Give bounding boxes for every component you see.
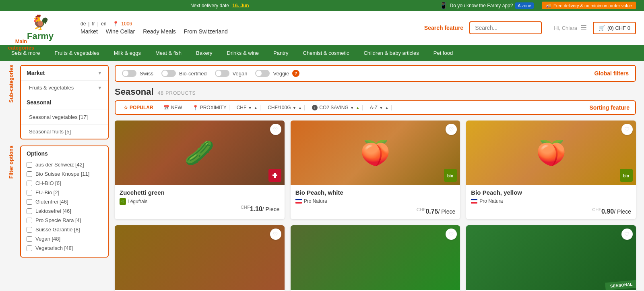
hamburger-icon[interactable]: ☰	[580, 23, 587, 32]
nav-milk[interactable]: Milk & eggs	[107, 45, 148, 61]
option-eu-bio[interactable]: EU-Bio [2]	[27, 188, 102, 197]
veggie-label: Veggie	[273, 71, 289, 77]
swiss-cert-badge	[268, 169, 281, 182]
location-link[interactable]: 1006	[121, 21, 132, 27]
search-input[interactable]	[469, 21, 542, 34]
global-filters: Swiss Bio-certified Vegan Veggie ? Globa…	[115, 65, 636, 82]
chevron-down-icon: ▼	[293, 106, 297, 110]
product-info	[466, 290, 636, 291]
option-laktosefrei[interactable]: Laktosefrei [46]	[27, 206, 102, 216]
product-image-zucchetti: 🥒 ♡	[115, 121, 285, 185]
nav-wine[interactable]: Wine Cellar	[106, 28, 135, 35]
cart-button[interactable]: 🛒 (0) CHF 0	[593, 22, 636, 34]
user-area: Hi, Chiara ☰	[554, 23, 587, 32]
arrow-icon: ▼	[97, 85, 102, 91]
nav-bakery[interactable]: Bakery	[189, 45, 219, 61]
category-market[interactable]: Market ▼	[21, 66, 108, 81]
provider-name: Pro Natura	[479, 198, 503, 204]
option-pro-specie[interactable]: Pro Specie Rara [4]	[27, 216, 102, 225]
category-panel: Market ▼ Fruits & vegetables ▼ Seasonal …	[20, 65, 109, 139]
option-vegan[interactable]: Vegan [48]	[27, 234, 102, 243]
chevron-down-icon: ▼	[350, 106, 354, 110]
bio-label: Bio-certified	[179, 71, 207, 77]
wishlist-button[interactable]: ♡	[270, 229, 281, 240]
search-feature-label: Search feature	[424, 25, 463, 31]
product-card-4[interactable]: ♡	[115, 225, 285, 291]
main-content: Swiss Bio-certified Vegan Veggie ? Globa…	[109, 65, 636, 291]
product-price: CHF1.10/ Piece	[120, 205, 280, 213]
veggie-toggle[interactable]	[255, 70, 270, 77]
svg-rect-2	[272, 175, 277, 176]
nav-fruits[interactable]: Fruits & vegetables	[47, 45, 107, 61]
nav-meat[interactable]: Meat & fish	[148, 45, 189, 61]
option-glutenfrei[interactable]: Glutenfrei [46]	[27, 197, 102, 206]
product-card-zucchetti[interactable]: 🥒 ♡ Zucchetti green 🌿 Légufrais CHF1.10/…	[115, 121, 285, 219]
cart-icon: 🛒	[599, 25, 605, 31]
category-seasonal-veg[interactable]: Seasonal vegetables [17]	[21, 110, 108, 125]
filter-vegan: Vegan	[215, 70, 248, 77]
nav-switzerland[interactable]: From Switzerland	[184, 28, 228, 35]
chevron-up-icon: ▲	[254, 106, 258, 110]
wishlist-button[interactable]: ♡	[621, 124, 633, 135]
wishlist-button[interactable]: ♡	[621, 229, 633, 240]
nav-pantry[interactable]: Pantry	[266, 45, 296, 61]
option-suisse-garantie[interactable]: Suisse Garantie [8]	[27, 225, 102, 234]
product-card-6[interactable]: ♡ SEASONAL	[466, 225, 636, 291]
category-fruits-veg[interactable]: Fruits & vegetables ▼	[21, 81, 108, 95]
provider-name: Pro Natura	[304, 198, 327, 204]
nav-chemist[interactable]: Chemist & cosmetic	[296, 45, 357, 61]
swiss-label: Swiss	[140, 71, 153, 77]
header-right: Maincategories Search feature Hi, Chiara…	[424, 21, 636, 34]
flag-icon	[295, 199, 302, 204]
product-info: Bio Peach, yellow Pro Natura CHF0.90/ Pi…	[466, 185, 636, 219]
product-price: CHF0.75/ Piece	[295, 207, 456, 215]
star-icon: ☆	[124, 105, 128, 110]
sort-proximity[interactable]: 📍 PROXIMITY	[190, 105, 229, 110]
user-greeting: Hi, Chiara	[554, 25, 577, 31]
lang-en[interactable]: en	[101, 21, 106, 27]
product-info: Bio Peach, white Pro Natura CHF0.75/ Pie…	[291, 185, 460, 219]
category-seasonal-fruits[interactable]: Seasonal fruits [5]	[21, 125, 108, 139]
sort-chf[interactable]: CHF ▼ ▲	[234, 105, 260, 110]
provider-name: Légufrais	[128, 199, 147, 204]
product-image-peach-white: 🍑 ♡ bio	[291, 121, 460, 185]
delivery-date[interactable]: 16. Jun	[232, 3, 249, 8]
nav-children[interactable]: Children & baby articles	[356, 45, 426, 61]
nav-petfood[interactable]: Pet food	[426, 45, 460, 61]
option-vegetarisch[interactable]: Vegetarisch [48]	[27, 243, 102, 253]
product-image-peach-yellow: 🍑 ♡ bio	[466, 121, 636, 185]
wishlist-button[interactable]: ♡	[270, 124, 281, 135]
nav-market[interactable]: Market	[80, 28, 98, 35]
product-card-peach-white[interactable]: 🍑 ♡ bio Bio Peach, white Pro Natura CHF0…	[291, 121, 460, 219]
sub-categories-label: Sub-categories	[8, 65, 16, 103]
product-card-5[interactable]: ♡	[291, 225, 460, 291]
sort-chf100g[interactable]: CHF/100G ▼ ▲	[265, 105, 305, 110]
product-provider: Pro Natura	[471, 198, 631, 204]
help-icon[interactable]: ?	[292, 70, 299, 77]
swiss-toggle[interactable]	[122, 70, 136, 77]
chevron-down-icon: ▼	[379, 106, 383, 110]
product-image-bg: 🥒	[115, 121, 285, 185]
filter-options-label: Filter options	[8, 146, 16, 179]
lang-selector: de | fr | en 📍 1006	[80, 21, 228, 27]
bio-cert-badge: bio	[620, 169, 633, 182]
nav-drinks[interactable]: Drinks & wine	[220, 45, 266, 61]
product-name: Zucchetti green	[120, 189, 280, 196]
wishlist-button[interactable]: ♡	[446, 229, 457, 240]
category-seasonal[interactable]: Seasonal	[21, 95, 108, 110]
sidebar: Sub-categories Market ▼ Fruits & vegetab…	[8, 65, 109, 291]
product-image-bg: 🍑	[466, 121, 636, 185]
lang-de[interactable]: de	[80, 21, 86, 27]
product-card-peach-yellow[interactable]: 🍑 ♡ bio Bio Peach, yellow Pro Natura CHF…	[466, 121, 636, 219]
sort-co2[interactable]: i CO2 SAVING ▼ ▲	[310, 105, 362, 110]
option-schweiz[interactable]: aus der Schweiz [42]	[27, 160, 102, 169]
vegan-toggle[interactable]	[215, 70, 229, 77]
sort-popular[interactable]: ☆ POPULAR	[121, 105, 156, 110]
nav-ready-meals[interactable]: Ready Meals	[143, 28, 176, 35]
option-ch-bio[interactable]: CH-BIO [6]	[27, 179, 102, 188]
lang-fr[interactable]: fr	[92, 21, 95, 27]
sort-new[interactable]: 📅 NEW	[161, 105, 185, 110]
option-bio-knospe[interactable]: Bio Suisse Knospe [11]	[27, 169, 102, 179]
sort-az[interactable]: A-Z ▼ ▲	[367, 105, 392, 110]
bio-toggle[interactable]	[161, 70, 176, 77]
